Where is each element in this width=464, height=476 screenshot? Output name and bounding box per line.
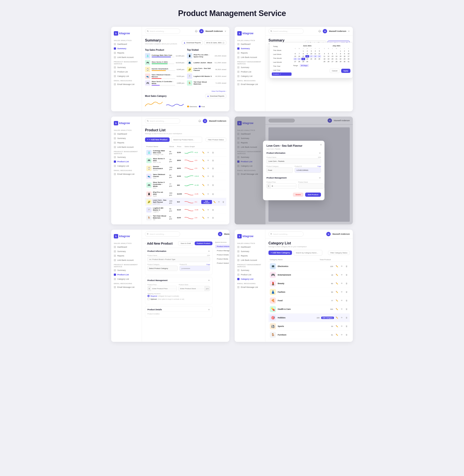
search-box2[interactable]: Search something... <box>269 29 304 34</box>
view-icon-btn[interactable]: 👁 <box>206 183 210 187</box>
sidebar6-email[interactable]: Email Message List <box>235 285 265 289</box>
cat-edit-icon[interactable]: ✏️ <box>335 307 339 311</box>
cal-day[interactable]: 10 <box>309 52 313 55</box>
download-reports-btn[interactable]: Download Reports <box>182 41 203 45</box>
cal-day[interactable]: 18 <box>313 55 317 57</box>
cat-view-icon[interactable]: 👁 <box>340 290 344 294</box>
sidebar5-pms[interactable]: Summary <box>111 268 142 273</box>
edit-icon-btn[interactable]: ✏️ <box>201 183 205 187</box>
add-category-btn[interactable]: + Add New Category <box>269 250 292 255</box>
sidebar-item-product-list[interactable]: Product List <box>111 70 142 74</box>
cal-day[interactable]: 12 <box>318 52 321 55</box>
sidebar6-summary[interactable]: Summary <box>235 249 265 254</box>
view-icon-btn[interactable]: 👁 <box>206 174 210 178</box>
sidebar3-product-list[interactable]: Product List <box>111 159 142 164</box>
delete-icon-btn[interactable]: 🗑 <box>211 183 215 187</box>
edit-icon-btn[interactable]: ✏️ <box>201 208 205 212</box>
qa-product-variant[interactable]: Product Variant <box>215 261 229 265</box>
sidebar-item-email[interactable]: Email Message List <box>111 82 142 86</box>
sidebar6-product-list[interactable]: Product List <box>235 273 265 277</box>
sidebar2-bank[interactable]: Link Bank Account <box>235 55 265 59</box>
edit-icon-btn[interactable]: ✏️ <box>201 151 205 155</box>
sidebar3-category[interactable]: Category List <box>111 164 142 168</box>
sidebar-item-dashboard[interactable]: Dashboard <box>111 42 142 46</box>
cal-day[interactable]: 19 <box>318 55 321 57</box>
shipping-optional-checkbox[interactable] <box>147 298 150 300</box>
search-box6[interactable]: Search something... <box>269 231 304 237</box>
cal-day[interactable]: 6 <box>293 52 297 55</box>
view-icon-btn[interactable]: 👁 <box>206 208 210 212</box>
sidebar2-pms-summary[interactable]: Summary <box>235 65 265 70</box>
filter-product-btn[interactable]: Filter Product Status <box>206 138 226 142</box>
publish-btn[interactable]: Publish Product <box>195 241 213 245</box>
delete-icon-btn[interactable]: 🗑 <box>211 216 215 220</box>
cal-day[interactable]: 4 <box>322 52 326 55</box>
cal-day[interactable]: 2 <box>342 50 346 52</box>
cat-view-icon[interactable]: 👁 <box>340 264 344 268</box>
cal-day[interactable]: 25 <box>322 60 326 63</box>
edit-icon-btn[interactable]: ✏️ <box>201 159 205 162</box>
sidebar3-reports[interactable]: Reports <box>111 141 142 145</box>
preset-last-year[interactable]: Last Year <box>272 68 291 72</box>
modal-delete-btn[interactable]: Delete <box>293 192 303 197</box>
download-category-btn[interactable]: Download Reports <box>205 94 226 98</box>
cat-delete-icon[interactable]: 🗑 <box>345 273 348 277</box>
price-input[interactable] <box>151 288 177 290</box>
cal-day[interactable]: 26 <box>318 58 321 60</box>
sidebar3-bank[interactable]: Link Bank Account <box>111 145 142 149</box>
sidebar2-category[interactable]: Category List <box>235 74 265 78</box>
cal-day[interactable]: 23 <box>342 58 346 60</box>
cal-day[interactable]: 4 <box>313 50 317 52</box>
cal-day[interactable]: 1 <box>338 50 342 52</box>
sidebar5-dashboard[interactable]: Dashboard <box>111 245 142 249</box>
cal-day[interactable]: 13 <box>293 55 297 57</box>
cat-view-icon[interactable]: 👁 <box>340 273 344 277</box>
cat-edit-icon[interactable]: ✏️ <box>335 264 339 268</box>
modal-product-id[interactable] <box>295 168 321 173</box>
cal-day[interactable]: 7 <box>297 52 301 55</box>
cal-day[interactable]: 7 <box>335 52 338 55</box>
preset-custom[interactable]: Custom ✓ <box>272 72 291 76</box>
edit-icon-btn[interactable]: ✏️ <box>201 216 205 220</box>
cal-day[interactable]: 12 <box>327 55 330 57</box>
preset-this-month[interactable]: This Month <box>272 57 291 60</box>
cal-day[interactable]: 9 <box>342 52 346 55</box>
back-btn[interactable]: ‹ <box>145 242 146 245</box>
cal-day[interactable] <box>309 60 313 63</box>
cal-day[interactable]: 14 <box>297 55 301 57</box>
cal-day[interactable]: 22 <box>301 58 305 60</box>
sidebar5-reports[interactable]: Reports <box>111 254 142 258</box>
cal-day[interactable]: 11 <box>313 52 317 55</box>
view-icon-btn[interactable]: 👁 <box>206 166 210 170</box>
cal-day[interactable]: 22 <box>338 58 342 60</box>
cal-day[interactable]: 25 <box>313 58 317 60</box>
cal-day[interactable]: 16 <box>305 55 309 57</box>
cal-day[interactable]: 27 <box>293 60 297 63</box>
sidebar2-summary[interactable]: Summary <box>235 46 265 51</box>
cal-day[interactable]: 20 <box>293 58 297 60</box>
sidebar5-category[interactable]: Category List <box>111 277 142 281</box>
cal-day[interactable]: 3 <box>309 50 313 52</box>
delete-icon-btn[interactable]: 🗑 <box>211 174 215 178</box>
sidebar5-bank[interactable]: Link Bank Account <box>111 258 142 262</box>
delete-icon-btn[interactable]: 🗑 <box>211 159 215 162</box>
sidebar3-email[interactable]: Email Message List <box>111 172 142 176</box>
modal-copy-id[interactable]: Copy <box>318 166 321 167</box>
add-product-id[interactable] <box>180 266 210 271</box>
modal-product-category[interactable]: Food <box>267 168 293 173</box>
sidebar5-summary[interactable]: Summary <box>111 249 142 254</box>
view-full-reports[interactable]: View Full Reports › <box>212 90 226 92</box>
calendar-apply[interactable]: Apply <box>341 69 350 73</box>
sidebar-item-category-list[interactable]: Category List <box>111 74 142 78</box>
cal-day[interactable] <box>327 50 330 52</box>
cat-edit-icon[interactable]: ✏️ <box>335 316 339 320</box>
cal-day[interactable]: 28 <box>335 60 338 63</box>
filter-category-btn[interactable]: Filter Category Status <box>328 251 350 255</box>
sidebar2-product-list[interactable]: Product List <box>235 70 265 74</box>
cat-edit-icon[interactable]: ✏️ <box>335 324 339 328</box>
cal-day[interactable]: 23 <box>305 58 309 60</box>
view-icon-btn[interactable]: 👁 <box>206 159 210 162</box>
cal-day[interactable]: 26 <box>327 60 330 63</box>
delete-icon-btn[interactable]: 🗑 <box>222 200 225 204</box>
date-range-picker[interactable]: 16 to 22 June, 2021 <box>204 41 226 45</box>
